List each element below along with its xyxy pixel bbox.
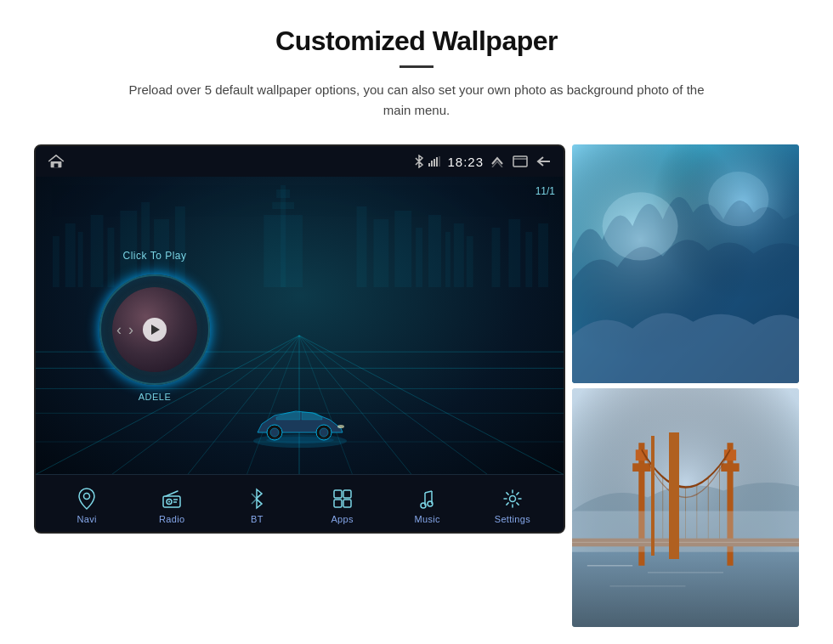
- car-screen: 18:23: [34, 144, 565, 534]
- svg-rect-70: [343, 500, 351, 507]
- nav-label-bt: BT: [251, 514, 264, 524]
- apps-grid-icon: [330, 486, 355, 511]
- svg-rect-5: [436, 157, 438, 167]
- page-description: Preload over 5 default wallpaper options…: [119, 80, 714, 121]
- svg-rect-25: [394, 211, 411, 287]
- up-chevron-icon: [490, 155, 504, 167]
- bluetooth-nav-icon: [244, 486, 269, 511]
- svg-rect-103: [572, 511, 799, 552]
- svg-rect-7: [513, 156, 527, 167]
- nav-item-apps[interactable]: Apps: [313, 486, 372, 524]
- status-right: 18:23: [414, 155, 552, 169]
- svg-rect-68: [343, 490, 351, 498]
- nav-item-settings[interactable]: Settings: [483, 486, 542, 524]
- nav-bar: Navi Radi: [36, 474, 564, 534]
- svg-rect-90: [632, 463, 650, 472]
- nav-label-music: Music: [415, 514, 440, 524]
- svg-rect-34: [538, 223, 548, 287]
- svg-rect-24: [373, 219, 388, 287]
- svg-rect-31: [492, 228, 501, 287]
- click-to-play-label: Click To Play: [123, 250, 187, 262]
- svg-point-80: [603, 192, 678, 260]
- nav-item-music[interactable]: Music: [398, 486, 457, 524]
- nav-item-radio[interactable]: Radio: [142, 486, 201, 524]
- svg-rect-3: [431, 161, 433, 167]
- nav-label-radio: Radio: [159, 514, 184, 524]
- back-icon: [536, 155, 552, 167]
- date-display: 11/1: [536, 185, 555, 197]
- svg-rect-1: [54, 163, 59, 167]
- wallpaper-thumb-bridge[interactable]: [572, 388, 799, 627]
- window-icon: [513, 155, 528, 167]
- svg-point-56: [266, 437, 334, 443]
- car-center: [241, 394, 360, 457]
- svg-line-73: [425, 491, 432, 493]
- right-panel: 11/1: [536, 185, 555, 197]
- svg-rect-93: [721, 463, 739, 472]
- location-pin-icon: [74, 486, 99, 511]
- svg-point-54: [320, 428, 328, 437]
- prev-button[interactable]: ‹: [116, 320, 122, 338]
- status-bar: 18:23: [36, 146, 564, 177]
- wallpaper-thumbnails: [572, 144, 799, 627]
- svg-point-52: [270, 428, 279, 437]
- svg-point-60: [168, 501, 170, 503]
- page-title: Customized Wallpaper: [34, 25, 799, 57]
- status-icons: [414, 155, 440, 168]
- album-art-inner: [112, 287, 197, 372]
- nav-icons-status: [490, 155, 552, 167]
- status-left: [48, 155, 65, 168]
- svg-rect-4: [434, 159, 435, 167]
- svg-rect-29: [454, 223, 464, 287]
- svg-rect-27: [428, 215, 441, 287]
- home-icon: [48, 155, 65, 168]
- svg-rect-26: [416, 228, 422, 287]
- svg-rect-30: [467, 236, 473, 287]
- page-wrapper: Customized Wallpaper Preload over 5 defa…: [0, 0, 833, 644]
- svg-point-76: [509, 496, 515, 502]
- title-divider: [400, 65, 434, 68]
- bluetooth-status-icon: [414, 155, 424, 168]
- svg-rect-6: [439, 156, 440, 167]
- screen-main: Click To Play ‹: [36, 177, 564, 474]
- svg-rect-2: [428, 163, 430, 167]
- svg-rect-20: [276, 189, 290, 198]
- svg-point-81: [708, 172, 768, 226]
- nav-label-apps: Apps: [331, 514, 353, 524]
- nav-item-bt[interactable]: BT: [227, 486, 286, 524]
- album-art: [112, 287, 197, 372]
- svg-rect-23: [357, 206, 367, 287]
- radio-icon: [159, 486, 184, 511]
- next-button[interactable]: ›: [128, 320, 133, 338]
- svg-line-63: [166, 491, 178, 496]
- svg-rect-69: [334, 500, 342, 507]
- signal-status-icon: [428, 156, 440, 167]
- svg-rect-21: [272, 202, 294, 209]
- svg-rect-67: [334, 490, 342, 498]
- music-panel: Click To Play ‹: [36, 177, 274, 474]
- svg-rect-33: [525, 232, 532, 287]
- content-area: 18:23: [34, 144, 799, 627]
- music-note-icon: [415, 486, 440, 511]
- settings-icon: [500, 486, 525, 511]
- svg-rect-32: [508, 219, 520, 287]
- nav-label-navi: Navi: [76, 514, 96, 524]
- nav-item-navi[interactable]: Navi: [57, 486, 116, 524]
- svg-rect-84: [572, 552, 799, 627]
- time-display: 18:23: [447, 155, 484, 169]
- wallpaper-thumb-ice[interactable]: [572, 144, 799, 383]
- svg-point-57: [84, 494, 90, 500]
- svg-point-55: [337, 425, 344, 428]
- svg-rect-28: [445, 232, 450, 287]
- car-image-icon: [241, 394, 360, 454]
- play-triangle-icon: [151, 325, 160, 335]
- nav-label-settings: Settings: [495, 514, 530, 524]
- play-button[interactable]: [143, 318, 167, 342]
- header-section: Customized Wallpaper Preload over 5 defa…: [34, 25, 799, 121]
- artist-name: ADELE: [139, 392, 172, 402]
